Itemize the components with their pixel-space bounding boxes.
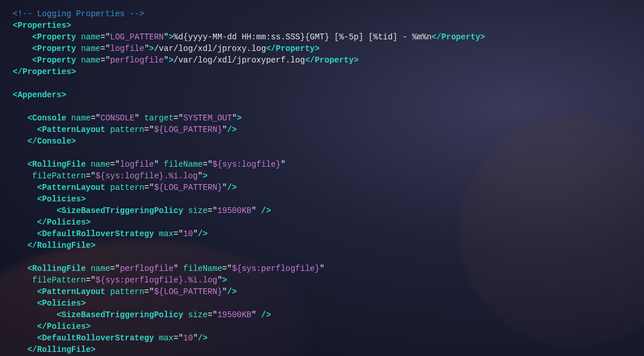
properties-open-tag: <Properties>	[13, 21, 71, 30]
appenders-open-tag: <Appenders>	[13, 90, 66, 100]
property-tag: <Property	[32, 56, 77, 65]
log-pattern-text: %d{yyyy-MM-dd HH:mm:ss.SSS}{GMT} [%-5p] …	[173, 32, 431, 42]
policies-open-tag: <Policies>	[37, 299, 86, 308]
console-close-tag: </Console>	[27, 137, 76, 146]
logfile-path: /var/log/xdl/jproxy.log	[154, 44, 266, 53]
code-block: <!-- Logging Properties --> <Properties>…	[0, 0, 644, 356]
policies-close-tag: </Policies>	[37, 218, 90, 227]
sizebasedtriggeringpolicy-tag: <SizeBasedTriggeringPolicy	[57, 206, 183, 215]
defaultrolloverstrategy-tag: <DefaultRolloverStrategy	[37, 229, 154, 238]
patternlayout-tag: <PatternLayout	[37, 183, 105, 192]
rollingfile-close-tag: </RollingFile>	[27, 345, 96, 354]
rollingfile-close-tag: </RollingFile>	[27, 241, 96, 250]
sizebasedtriggeringpolicy-tag: <SizeBasedTriggeringPolicy	[57, 310, 183, 320]
console-tag: <Console	[27, 113, 66, 123]
policies-open-tag: <Policies>	[37, 194, 86, 204]
property-close-tag: </Property>	[432, 32, 485, 42]
properties-close-tag: </Properties>	[13, 67, 76, 76]
perflogfile-path: /var/log/xdl/jproxyperf.log	[173, 56, 305, 65]
property-tag: <Property	[32, 44, 77, 53]
rollingfile-tag: <RollingFile	[27, 160, 86, 169]
xml-comment: <!-- Logging Properties -->	[13, 9, 144, 19]
property-tag: <Property	[32, 32, 77, 42]
patternlayout-tag: <PatternLayout	[37, 287, 105, 296]
rollingfile-tag: <RollingFile	[27, 264, 86, 273]
defaultrolloverstrategy-tag: <DefaultRolloverStrategy	[37, 333, 154, 343]
policies-close-tag: </Policies>	[37, 322, 90, 331]
patternlayout-tag: <PatternLayout	[37, 125, 105, 134]
